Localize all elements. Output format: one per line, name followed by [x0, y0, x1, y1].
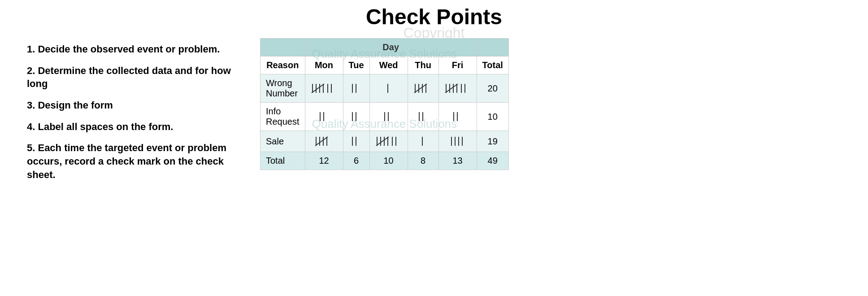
check-table: Day Reason Mon Tue Wed Thu Fri Total	[260, 38, 509, 170]
total-tue: 6	[343, 152, 369, 170]
cell-sale-wed	[369, 131, 408, 152]
check-point-1: 1. Decide the observed event or problem.	[27, 43, 242, 56]
left-panel: 1. Decide the observed event or problem.…	[27, 38, 242, 182]
total-grand: 49	[477, 152, 508, 170]
check-point-5: 5. Each time the targeted event or probl…	[27, 141, 242, 181]
cell-wrong-total: 20	[477, 74, 508, 103]
page-container: Check Points Copyright 1. Decide the obs…	[0, 0, 868, 296]
col-header-wed: Wed	[369, 57, 408, 74]
col-header-tue: Tue	[343, 57, 369, 74]
cell-wrong-mon	[305, 74, 343, 103]
table-row-total: Total 12 6 10 8 13 49	[260, 152, 509, 170]
cell-wrong-wed	[369, 74, 408, 103]
table-header-day: Day	[305, 39, 477, 57]
cell-wrong-fri	[438, 74, 477, 103]
cell-info-total: 10	[477, 103, 508, 131]
cell-sale-mon	[305, 131, 343, 152]
check-point-4: 4. Label all spaces on the form.	[27, 120, 242, 134]
cell-sale-thu	[408, 131, 438, 152]
table-header-empty	[260, 39, 305, 57]
table-row: WrongNumber	[260, 74, 509, 103]
total-wed: 10	[369, 152, 408, 170]
cell-sale-fri	[438, 131, 477, 152]
svg-line-4	[312, 84, 324, 93]
cell-info-fri	[438, 103, 477, 131]
cell-wrong-thu	[408, 74, 438, 103]
right-panel: Day Reason Mon Tue Wed Thu Fri Total	[260, 38, 509, 170]
content-area: 1. Decide the observed event or problem.…	[27, 38, 841, 182]
total-label: Total	[260, 152, 305, 170]
col-header-mon: Mon	[305, 57, 343, 74]
table-row: Sale	[260, 131, 509, 152]
reason-info-request: InfoRequest	[260, 103, 305, 131]
cell-info-mon	[305, 103, 343, 131]
page-title: Check Points	[27, 4, 841, 29]
cell-wrong-tue	[343, 74, 369, 103]
cell-info-wed	[369, 103, 408, 131]
cell-sale-total: 19	[477, 131, 508, 152]
svg-line-43	[376, 137, 389, 146]
reason-wrong-number: WrongNumber	[260, 74, 305, 103]
total-thu: 8	[408, 152, 438, 170]
svg-line-36	[315, 137, 328, 146]
total-mon: 12	[305, 152, 343, 170]
col-header-total: Total	[477, 57, 508, 74]
reason-sale: Sale	[260, 131, 305, 152]
svg-line-19	[445, 84, 458, 93]
svg-line-14	[414, 84, 427, 93]
col-header-reason: Reason	[260, 57, 305, 74]
col-header-thu: Thu	[408, 57, 438, 74]
right-panel-wrapper: Day Reason Mon Tue Wed Thu Fri Total	[260, 38, 509, 182]
table-header-total-label	[477, 39, 508, 57]
check-point-3: 3. Design the form	[27, 99, 242, 112]
cell-info-thu	[408, 103, 438, 131]
cell-sale-tue	[343, 131, 369, 152]
table-row: InfoRequest	[260, 103, 509, 131]
check-point-2: 2. Determine the collected data and for …	[27, 64, 242, 91]
cell-info-tue	[343, 103, 369, 131]
col-header-fri: Fri	[438, 57, 477, 74]
total-fri: 13	[438, 152, 477, 170]
